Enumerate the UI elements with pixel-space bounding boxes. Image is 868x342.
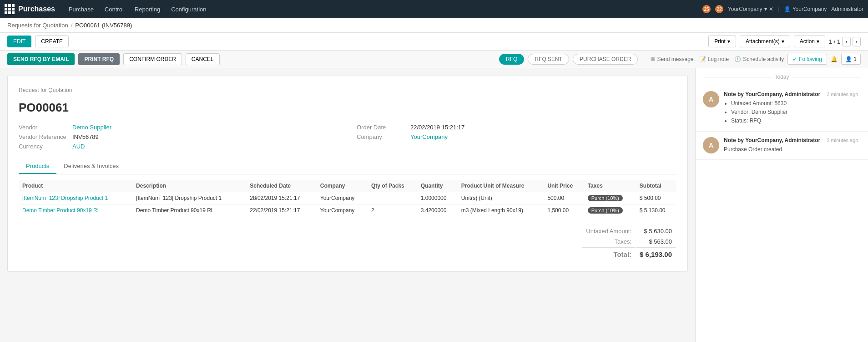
badge-2[interactable]: 22 — [715, 5, 723, 13]
form-section-label: Request for Quotation — [19, 87, 676, 93]
order-date-value: 22/02/2019 15:21:17 — [410, 124, 464, 131]
print-rfq-button[interactable]: PRINT RFQ — [78, 53, 120, 65]
chatter-messages: A Note by YourCompany, Administrator - 2… — [696, 86, 868, 160]
message-icon: ✉ — [651, 56, 655, 62]
schedule-activity-button[interactable]: 🕐 Schedule activity — [734, 56, 784, 62]
cell-subtotal: $ 500.00 — [636, 192, 676, 204]
vendor-field: Vendor Demo Supplier — [19, 124, 338, 131]
table-row[interactable]: Demo Timber Product 90x19 RL Demo Timber… — [19, 204, 676, 217]
cancel-button[interactable]: CANCEL — [186, 53, 220, 65]
message-header: Note by YourCompany, Administrator - 2 m… — [724, 137, 861, 143]
currency-link[interactable]: AUD — [72, 143, 85, 150]
tab-deliveries[interactable]: Deliveries & Invoices — [56, 159, 126, 174]
attachments-button[interactable]: Attachment(s) ▾ — [740, 36, 790, 47]
send-message-button[interactable]: ✉ Send message — [651, 56, 693, 62]
col-scheduled-date: Scheduled Date — [246, 180, 317, 192]
main-nav: Purchase Control Reporting Configuration — [64, 4, 693, 15]
confirm-order-button[interactable]: CONFIRM ORDER — [123, 53, 182, 65]
tab-products[interactable]: Products — [19, 159, 56, 174]
col-taxes: Taxes — [584, 180, 636, 192]
today-label: Today — [771, 74, 792, 80]
vendor-link[interactable]: Demo Supplier — [72, 124, 111, 131]
cell-description: Demo Timber Product 90x19 RL — [132, 204, 246, 217]
message-body: Purchase Order created — [724, 145, 861, 154]
cell-product: [ItemNum_123] Dropship Product 1 — [19, 192, 132, 204]
prev-button[interactable]: ‹ — [842, 37, 850, 46]
app-logo[interactable]: Purchases — [5, 4, 55, 14]
bell-icon[interactable]: 🔔 — [831, 56, 838, 62]
col-unit-price: Unit Price — [544, 180, 584, 192]
chatter-message: A Note by YourCompany, Administrator - 2… — [696, 86, 868, 132]
nav-reporting[interactable]: Reporting — [130, 4, 165, 15]
grid-icon — [5, 4, 15, 14]
edit-button[interactable]: EDIT — [7, 36, 31, 47]
cell-subtotal: $ 5,130.00 — [636, 204, 676, 217]
nav-configuration[interactable]: Configuration — [167, 4, 211, 15]
following-label: Following — [799, 56, 822, 62]
company-display: 👤 YourCompany — [784, 6, 827, 12]
company-selector[interactable]: YourCompany ▾ ✕ — [728, 6, 773, 12]
cell-uom: Unit(s) (Unit) — [458, 192, 544, 204]
nav-control[interactable]: Control — [100, 4, 128, 15]
message-content: Note by YourCompany, Administrator - 2 m… — [724, 91, 861, 126]
tax-badge: Purch (10%) — [588, 195, 623, 201]
chatter-panel: Today A Note by YourCompany, Administrat… — [695, 68, 868, 342]
top-navigation: Purchases Purchase Control Reporting Con… — [0, 0, 868, 18]
col-quantity: Quantity — [417, 180, 458, 192]
currency-value: AUD — [72, 143, 85, 150]
message-time: - 2 minutes ago — [824, 92, 858, 97]
status-purchase-order[interactable]: PURCHASE ORDER — [573, 54, 638, 65]
totals-section: Untaxed Amount: $ 5,630.00 Taxes: $ 563.… — [19, 225, 676, 260]
next-button[interactable]: › — [853, 37, 861, 46]
separator: | — [778, 6, 779, 12]
currency-field: Currency AUD — [19, 143, 338, 150]
following-button[interactable]: ✓ Following — [787, 54, 827, 65]
print-dropdown-icon: ▾ — [727, 38, 730, 45]
print-label: Print — [714, 38, 726, 45]
order-date-label: Order Date — [357, 124, 407, 131]
vendor-ref-field: Vendor Reference INV56789 — [19, 133, 338, 140]
create-button[interactable]: CREATE — [35, 36, 69, 47]
send-message-label: Send message — [657, 56, 693, 62]
product-link[interactable]: Demo Timber Product 90x19 RL — [22, 207, 100, 214]
attachments-label: Attachment(s) — [746, 38, 780, 45]
log-note-button[interactable]: 📝 Log note — [699, 56, 729, 62]
col-subtotal: Subtotal — [636, 180, 676, 192]
user-name[interactable]: Administrator — [831, 6, 863, 12]
cell-uom: m3 (Mixed Length 90x19) — [458, 204, 544, 217]
message-body: Untaxed Amount: 5630Vendor: Demo Supplie… — [724, 99, 861, 126]
clock-icon: 🕐 — [734, 56, 741, 62]
status-rfq-sent[interactable]: RFQ SENT — [528, 54, 569, 65]
product-link[interactable]: [ItemNum_123] Dropship Product 1 — [22, 195, 108, 201]
message-content: Note by YourCompany, Administrator - 2 m… — [724, 137, 861, 154]
print-button[interactable]: Print ▾ — [708, 36, 736, 47]
toolbar: EDIT CREATE Print ▾ Attachment(s) ▾ Acti… — [0, 33, 868, 51]
cell-company: YourCompany — [317, 204, 368, 217]
action-button[interactable]: Action ▾ — [794, 36, 825, 47]
company-link[interactable]: YourCompany — [410, 133, 448, 140]
pagination-area: 1 / 1 ‹ › — [829, 37, 861, 46]
table-row[interactable]: [ItemNum_123] Dropship Product 1 [ItemNu… — [19, 192, 676, 204]
status-rfq[interactable]: RFQ — [499, 54, 524, 65]
log-note-label: Log note — [708, 56, 729, 62]
avatar: A — [703, 137, 719, 153]
message-author: Note by YourCompany, Administrator — [724, 137, 820, 143]
message-actions: ✉ Send message 📝 Log note 🕐 Schedule act… — [651, 56, 784, 62]
cell-description: [ItemNum_123] Dropship Product 1 — [132, 192, 246, 204]
col-qty-packs: Qty of Packs — [368, 180, 417, 192]
taxes-value: $ 563.00 — [636, 237, 676, 246]
nav-purchase[interactable]: Purchase — [64, 4, 98, 15]
chatter-today: Today — [696, 68, 868, 86]
follower-number: 1 — [853, 56, 857, 62]
message-author: Note by YourCompany, Administrator — [724, 91, 820, 97]
breadcrumb-parent[interactable]: Requests for Quotation — [7, 22, 68, 29]
cell-unit-price: 500.00 — [544, 192, 584, 204]
chatter-message: A Note by YourCompany, Administrator - 2… — [696, 132, 868, 160]
form-body: Request for Quotation PO00061 Vendor Dem… — [7, 76, 688, 272]
send-rfq-button[interactable]: SEND RFQ BY EMAIL — [7, 53, 75, 65]
company-label: Company — [357, 133, 407, 140]
follower-count[interactable]: 👤 1 — [841, 54, 861, 65]
total-label: Total: — [582, 247, 635, 260]
badge-1[interactable]: 25 — [702, 5, 711, 13]
close-icon[interactable]: ✕ — [769, 6, 773, 12]
